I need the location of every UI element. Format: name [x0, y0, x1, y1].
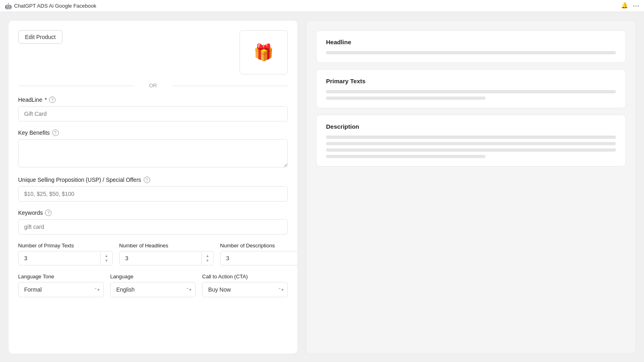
headline-label: HeadLine — [18, 97, 42, 103]
num-primary-group: Number of Primay Texts ▲ ▼ — [18, 243, 113, 265]
num-primary-spinner: ▲ ▼ — [18, 251, 113, 265]
usp-input[interactable] — [18, 186, 288, 202]
usp-group: Unique Selling Proposition (USP) / Speci… — [18, 177, 288, 202]
description-skeleton-4 — [326, 155, 485, 158]
cta-label: Call to Action (CTA) — [202, 274, 288, 280]
key-benefits-group: Key Benefits ? — [18, 130, 288, 169]
app-logo-icon: 🤖 — [5, 3, 12, 9]
usp-help-icon[interactable]: ? — [144, 177, 150, 183]
primary-texts-preview-card: Primary Texts — [316, 69, 626, 108]
headline-preview-card: Headline — [316, 30, 626, 63]
cta-group: Call to Action (CTA) Buy Now Shop Now Le… — [202, 274, 288, 297]
num-descriptions-label: Number of Descriptions — [220, 243, 298, 249]
num-descriptions-spinner: ▲ ▼ — [220, 251, 298, 265]
language-tone-select[interactable]: Formal Casual Friendly Professional — [18, 282, 104, 297]
num-headlines-input[interactable] — [120, 251, 201, 265]
num-headlines-label: Number of Headlines — [119, 243, 214, 249]
num-primary-up[interactable]: ▲ — [104, 254, 109, 258]
description-skeleton-3 — [326, 148, 616, 152]
usp-label: Unique Selling Proposition (USP) / Speci… — [18, 177, 141, 183]
product-emoji: 🎁 — [254, 43, 274, 62]
headline-skeleton-1 — [326, 51, 616, 54]
or-divider: OR — [18, 82, 288, 88]
language-group: Language English Spanish French German ⌃… — [110, 274, 196, 297]
num-headlines-group: Number of Headlines ▲ ▼ — [119, 243, 214, 265]
right-preview-panel: Headline Primary Texts Description — [306, 20, 636, 354]
primary-texts-skeleton-1 — [326, 90, 616, 93]
headline-input[interactable] — [18, 106, 288, 121]
num-descriptions-input[interactable] — [221, 251, 298, 265]
key-benefits-label: Key Benefits — [18, 130, 50, 136]
num-descriptions-group: Number of Descriptions ▲ ▼ — [220, 243, 298, 265]
keywords-input[interactable] — [18, 219, 288, 234]
headline-preview-title: Headline — [326, 39, 616, 45]
product-image: 🎁 — [239, 30, 288, 74]
keywords-label: Keywords — [18, 210, 43, 216]
language-label: Language — [110, 274, 196, 280]
cta-select-wrapper: Buy Now Shop Now Learn More Sign Up ⌃▾ — [202, 282, 288, 297]
keywords-help-icon[interactable]: ? — [45, 210, 52, 216]
key-benefits-help-icon[interactable]: ? — [52, 130, 59, 136]
description-skeleton-2 — [326, 142, 616, 145]
edit-product-button[interactable]: Edit Product — [18, 30, 62, 44]
language-tone-group: Language Tone Formal Casual Friendly Pro… — [18, 274, 104, 297]
headline-group: HeadLine * ? — [18, 97, 288, 121]
left-form-panel: Edit Product 🎁 OR HeadLine * ? Key Benef… — [8, 20, 298, 354]
menu-icon[interactable]: ⋯ — [633, 2, 639, 10]
headline-help-icon[interactable]: ? — [49, 97, 56, 103]
app-title: 🤖 ChatGPT ADS Ai Google Facebook — [5, 3, 96, 9]
num-headlines-up[interactable]: ▲ — [205, 254, 210, 258]
num-primary-down[interactable]: ▼ — [104, 259, 109, 263]
headline-required: * — [45, 97, 47, 103]
num-primary-input[interactable] — [19, 251, 100, 265]
bell-icon[interactable]: 🔔 — [621, 2, 628, 10]
language-tone-label: Language Tone — [18, 274, 104, 280]
num-primary-label: Number of Primay Texts — [18, 243, 113, 249]
cta-select[interactable]: Buy Now Shop Now Learn More Sign Up — [202, 282, 288, 297]
description-preview-title: Description — [326, 123, 616, 130]
num-headlines-spinner: ▲ ▼ — [119, 251, 214, 265]
language-tone-select-wrapper: Formal Casual Friendly Professional ⌃▾ — [18, 282, 104, 297]
language-select-wrapper: English Spanish French German ⌃▾ — [110, 282, 196, 297]
num-headlines-down[interactable]: ▼ — [205, 259, 210, 263]
key-benefits-input[interactable] — [18, 139, 288, 167]
keywords-group: Keywords ? — [18, 210, 288, 234]
primary-texts-skeleton-2 — [326, 97, 485, 100]
description-skeleton-1 — [326, 136, 616, 139]
description-preview-card: Description — [316, 115, 626, 167]
language-select[interactable]: English Spanish French German — [110, 282, 196, 297]
primary-texts-preview-title: Primary Texts — [326, 78, 616, 84]
